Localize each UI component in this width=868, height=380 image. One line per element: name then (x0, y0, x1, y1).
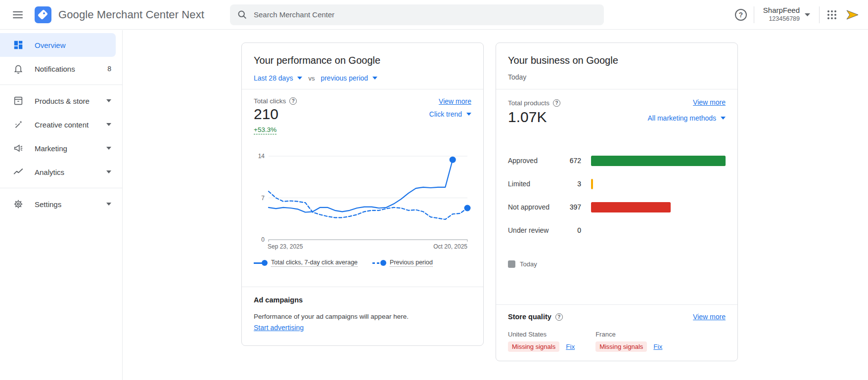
app-header: Google Merchant Center Next ? SharpFeed … (0, 0, 868, 30)
sidebar: Overview Notifications 8 Products & stor… (0, 30, 123, 380)
svg-text:14: 14 (258, 153, 265, 160)
sidebar-item-label: Marketing (35, 144, 95, 153)
limited-bar (591, 179, 593, 189)
product-status-chart: Approved 672 Limited 3 Not approved 397 … (508, 154, 726, 247)
missing-signals-badge: Missing signals (508, 341, 559, 352)
clicks-delta-badge: +53.3% (254, 126, 276, 134)
search-bar[interactable] (230, 4, 604, 25)
gear-icon (13, 199, 24, 210)
products-view-more-link[interactable]: View more (693, 98, 726, 106)
missing-signals-badge: Missing signals (595, 341, 647, 352)
business-card: Your business on Google Today Total prod… (496, 42, 738, 361)
sidebar-item-overview[interactable]: Overview (0, 33, 116, 57)
account-switcher[interactable]: SharpFeed 123456789 (761, 6, 812, 23)
svg-text:Sep 23, 2025: Sep 23, 2025 (268, 243, 303, 250)
search-icon (237, 9, 247, 20)
performance-card-title: Your performance on Google (254, 55, 471, 66)
chart-legend: Total clicks, 7-day click average Previo… (254, 259, 471, 267)
store-quality-region-france: France Missing signals Fix (595, 331, 662, 352)
approved-bar (591, 156, 726, 166)
chevron-down-icon (106, 99, 115, 102)
help-icon[interactable]: ? (555, 313, 563, 321)
total-clicks-label: Total clicks ? (254, 97, 297, 105)
search-input[interactable] (230, 4, 604, 25)
clicks-trend-chart: 0714Sep 23, 2025Oct 20, 2025 (254, 144, 471, 255)
legend-item-previous[interactable]: Previous period (372, 259, 433, 267)
marketing-methods-selector[interactable]: All marketing methods (647, 114, 726, 122)
status-row-not-approved: Not approved 397 (508, 200, 726, 214)
app-title: Google Merchant Center Next (58, 8, 204, 21)
total-clicks-value: 210 (254, 105, 278, 123)
performance-view-more-link[interactable]: View more (439, 97, 471, 105)
sidebar-divider (0, 188, 122, 188)
header-divider (754, 6, 754, 23)
sidebar-item-analytics[interactable]: Analytics (0, 160, 122, 184)
store-quality-title: Store quality ? (508, 313, 563, 321)
profile-avatar[interactable] (844, 7, 860, 23)
account-id: 123456789 (769, 15, 800, 23)
chevron-down-icon (805, 13, 810, 16)
chevron-down-icon (106, 170, 115, 173)
store-quality-view-more-link[interactable]: View more (693, 313, 726, 321)
trend-line-icon (13, 167, 24, 177)
apps-grid-icon[interactable] (826, 9, 837, 20)
fix-link-france[interactable]: Fix (653, 343, 662, 350)
help-icon[interactable]: ? (289, 97, 297, 105)
sidebar-item-label: Settings (35, 200, 95, 209)
bell-icon (13, 63, 24, 74)
performance-card: Your performance on Google Last 28 days … (241, 42, 484, 346)
status-row-under-review: Under review 0 (508, 223, 726, 237)
magic-wand-icon (13, 119, 24, 130)
hamburger-menu-icon[interactable] (8, 5, 28, 25)
sidebar-item-settings[interactable]: Settings (0, 192, 122, 216)
notifications-count-badge: 8 (107, 65, 115, 73)
store-quality-section: Store quality ? View more United States … (496, 305, 737, 361)
legend-item-current[interactable]: Total clicks, 7-day click average (254, 259, 358, 267)
header-divider (819, 6, 820, 23)
chevron-down-icon (106, 203, 115, 206)
chevron-down-icon (466, 113, 471, 116)
megaphone-icon (13, 143, 24, 154)
fix-link-us[interactable]: Fix (566, 343, 575, 350)
start-advertising-link[interactable]: Start advertising (254, 324, 304, 332)
sidebar-item-label: Analytics (35, 168, 95, 176)
chevron-down-icon (721, 117, 726, 120)
total-products-label: Total products ? (508, 99, 560, 107)
solid-line-marker-icon (254, 260, 268, 266)
vs-label: vs (308, 75, 315, 82)
card-divider (496, 89, 737, 89)
today-swatch-icon (508, 260, 515, 268)
total-products-value: 1.07K (508, 108, 560, 126)
sidebar-item-products-store[interactable]: Products & store (0, 89, 122, 113)
dashboard-icon (13, 40, 24, 50)
compare-period-selector[interactable]: previous period (320, 74, 377, 82)
svg-text:7: 7 (261, 195, 265, 202)
period-selector[interactable]: Last 28 days (254, 74, 302, 82)
account-name: SharpFeed (763, 6, 800, 15)
not-approved-bar (591, 202, 671, 212)
sidebar-divider (0, 84, 122, 85)
status-row-approved: Approved 672 (508, 154, 726, 168)
help-icon[interactable]: ? (553, 99, 560, 107)
ad-campaigns-description: Performance of your ad campaigns will ap… (254, 313, 471, 320)
svg-text:Oct 20, 2025: Oct 20, 2025 (433, 243, 467, 250)
sidebar-item-creative-content[interactable]: Creative content (0, 113, 122, 136)
main-content: Your performance on Google Last 28 days … (123, 30, 868, 380)
ad-campaigns-section: Ad campaigns Performance of your ad camp… (242, 287, 483, 344)
sidebar-item-notifications[interactable]: Notifications 8 (0, 57, 122, 81)
sidebar-item-label: Overview (35, 41, 109, 49)
card-divider (242, 89, 483, 89)
store-quality-region-us: United States Missing signals Fix (508, 331, 575, 352)
inventory-box-icon (13, 95, 24, 106)
sidebar-item-label: Notifications (35, 65, 96, 73)
help-icon[interactable]: ? (735, 9, 747, 21)
chevron-down-icon (372, 77, 377, 80)
trend-metric-selector[interactable]: Click trend (429, 110, 471, 118)
business-card-subtitle: Today (508, 73, 726, 81)
svg-text:0: 0 (261, 236, 265, 243)
sidebar-item-marketing[interactable]: Marketing (0, 136, 122, 160)
sidebar-item-label: Products & store (35, 97, 95, 105)
ad-campaigns-title: Ad campaigns (254, 296, 471, 304)
today-legend: Today (508, 260, 726, 268)
sidebar-item-label: Creative content (35, 121, 95, 129)
